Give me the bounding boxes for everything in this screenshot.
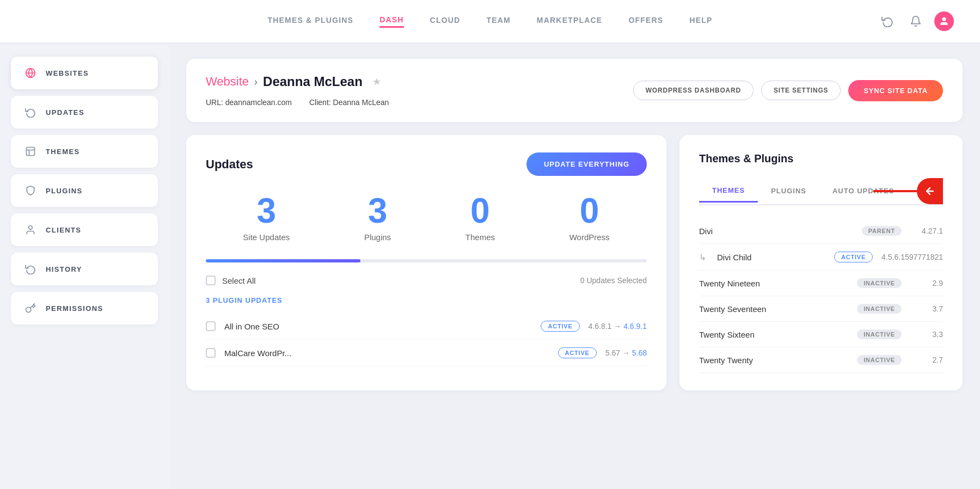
- theme-badge-twenty-sixteen: INACTIVE: [857, 329, 902, 339]
- stat-number-themes: 0: [465, 193, 495, 228]
- theme-version-twenty-sixteen: 3.3: [910, 330, 943, 339]
- nav-marketplace[interactable]: Marketplace: [537, 16, 603, 27]
- plugin-version-2: 5.67 → 5.68: [605, 349, 647, 357]
- nav-team[interactable]: Team: [486, 16, 510, 27]
- site-settings-button[interactable]: Site Settings: [761, 81, 841, 100]
- theme-badge-divi-child: ACTIVE: [834, 252, 873, 262]
- sidebar-plugins-label: Plugins: [46, 187, 83, 195]
- plugin-badge-1: ACTIVE: [541, 321, 579, 332]
- theme-row-twenty-sixteen: Twenty Sixteen INACTIVE 3.3: [699, 322, 943, 347]
- url-label: URL:: [206, 98, 223, 107]
- nav-links: Themes & Plugins Dash Cloud Team Marketp…: [267, 15, 712, 28]
- tab-plugins[interactable]: Plugins: [758, 181, 819, 201]
- select-all-checkbox[interactable]: Select All: [206, 276, 256, 285]
- stat-label-themes: Themes: [465, 233, 495, 242]
- clock-icon: [24, 262, 37, 276]
- arrow-indicator: [917, 178, 943, 204]
- layout-icon: [24, 145, 37, 158]
- plugin-row: All in One SEO ACTIVE 4.6.8.1 → 4.6.9.1: [206, 313, 647, 340]
- site-meta: URL: deannamclean.com Client: Deanna McL…: [206, 98, 389, 107]
- sidebar-themes-label: Themes: [46, 148, 80, 156]
- nav-offers[interactable]: Offers: [628, 16, 663, 27]
- plugin-checkbox-1[interactable]: [206, 321, 216, 331]
- main-two-col: Updates Update Everything 3 Site Updates…: [186, 135, 963, 390]
- theme-name-twenty-twenty: Twenty Twenty: [699, 356, 848, 365]
- theme-row-twenty-twenty: Twenty Twenty INACTIVE 2.7: [699, 347, 943, 373]
- site-client: Client: Deanna McLean: [309, 98, 389, 107]
- nav-cloud[interactable]: Cloud: [430, 16, 461, 27]
- theme-name-divi: Divi: [699, 227, 853, 236]
- nav-icon-group: [878, 11, 954, 31]
- bell-icon[interactable]: [906, 11, 926, 31]
- sidebar-websites-label: Websites: [46, 69, 89, 77]
- child-arrow-icon: ↳: [699, 252, 706, 262]
- stat-label-plugins: Plugins: [364, 233, 391, 242]
- theme-version-twenty-seventeen: 3.7: [910, 304, 943, 313]
- checkbox-box[interactable]: [206, 276, 216, 285]
- wordpress-dashboard-button[interactable]: WordPress Dashboard: [633, 81, 754, 100]
- refresh-icon[interactable]: [878, 11, 897, 31]
- breadcrumb-site-name: Deanna McLean: [263, 74, 363, 89]
- arrow-line: [873, 190, 917, 192]
- site-info: Website › Deanna McLean ★ URL: deannamcl…: [206, 74, 389, 107]
- client-value: Deanna McLean: [333, 98, 389, 107]
- stat-plugins: 3 Plugins: [364, 193, 391, 242]
- update-everything-button[interactable]: Update Everything: [526, 152, 647, 176]
- tab-themes[interactable]: Themes: [699, 181, 758, 203]
- nav-themes-plugins[interactable]: Themes & Plugins: [267, 16, 353, 27]
- breadcrumb: Website › Deanna McLean ★: [206, 74, 389, 89]
- breadcrumb-website[interactable]: Website: [206, 75, 249, 89]
- sidebar-item-plugins[interactable]: Plugins: [11, 174, 158, 207]
- sidebar-item-themes[interactable]: Themes: [11, 135, 158, 168]
- select-all-label: Select All: [222, 276, 256, 285]
- stat-themes: 0 Themes: [465, 193, 495, 242]
- sidebar: Websites Updates Themes: [0, 44, 169, 489]
- theme-version-twenty-twenty: 2.7: [910, 356, 943, 364]
- sidebar-item-websites[interactable]: Websites: [11, 57, 158, 89]
- sidebar-item-history[interactable]: History: [11, 253, 158, 285]
- theme-badge-divi: PARENT: [862, 226, 902, 236]
- theme-row-twenty-seventeen: Twenty Seventeen INACTIVE 3.7: [699, 296, 943, 322]
- star-icon[interactable]: ★: [372, 76, 381, 88]
- plugin-updates-label: 3 Plugin Updates: [206, 296, 647, 304]
- stats-row: 3 Site Updates 3 Plugins 0 Themes 0 Word…: [206, 193, 647, 242]
- nav-dash[interactable]: Dash: [379, 15, 403, 28]
- stat-number-wordpress: 0: [569, 193, 610, 228]
- sidebar-permissions-label: Permissions: [46, 304, 103, 313]
- tabs-row: Themes Plugins Auto Updates: [699, 178, 943, 205]
- sync-site-data-button[interactable]: Sync Site Data: [848, 80, 943, 101]
- main-layout: Websites Updates Themes: [0, 44, 980, 489]
- theme-row-twenty-nineteen: Twenty Nineteen INACTIVE 2.9: [699, 271, 943, 296]
- theme-version-twenty-nineteen: 2.9: [910, 279, 943, 288]
- plugin-checkbox-2[interactable]: [206, 348, 216, 358]
- theme-name-twenty-nineteen: Twenty Nineteen: [699, 279, 848, 288]
- plugin-badge-2: ACTIVE: [558, 347, 597, 358]
- theme-row-divi-child: ↳ Divi Child ACTIVE 4.5.6.1597771821: [699, 244, 943, 271]
- stat-label-site-updates: Site Updates: [243, 233, 290, 242]
- user-avatar[interactable]: [934, 11, 954, 31]
- sidebar-item-clients[interactable]: Clients: [11, 213, 158, 246]
- updates-selected-count: 0 Updates Selected: [580, 276, 647, 285]
- theme-name-divi-child: Divi Child: [717, 253, 825, 262]
- client-label: Client:: [309, 98, 331, 107]
- stat-label-wordpress: WordPress: [569, 233, 610, 242]
- sidebar-history-label: History: [46, 265, 82, 273]
- sidebar-item-permissions[interactable]: Permissions: [11, 292, 158, 325]
- breadcrumb-arrow: ›: [254, 76, 258, 88]
- updates-header: Updates Update Everything: [206, 152, 647, 176]
- theme-badge-twenty-seventeen: INACTIVE: [857, 304, 902, 314]
- svg-rect-3: [27, 148, 35, 156]
- site-url: URL: deannamclean.com: [206, 98, 292, 107]
- content-area: Website › Deanna McLean ★ URL: deannamcl…: [169, 44, 980, 489]
- top-navigation: Themes & Plugins Dash Cloud Team Marketp…: [0, 0, 980, 44]
- shield-icon-sidebar: [24, 184, 37, 197]
- plugin-version-1: 4.6.8.1 → 4.6.9.1: [589, 322, 647, 331]
- updates-title: Updates: [206, 157, 253, 172]
- url-value: deannamclean.com: [225, 98, 292, 107]
- svg-point-0: [942, 17, 946, 21]
- sidebar-item-updates[interactable]: Updates: [11, 96, 158, 129]
- updates-card: Updates Update Everything 3 Site Updates…: [186, 135, 666, 390]
- themes-plugins-title: Themes & Plugins: [699, 152, 943, 165]
- nav-help[interactable]: Help: [689, 16, 712, 27]
- stat-number-plugins: 3: [364, 193, 391, 228]
